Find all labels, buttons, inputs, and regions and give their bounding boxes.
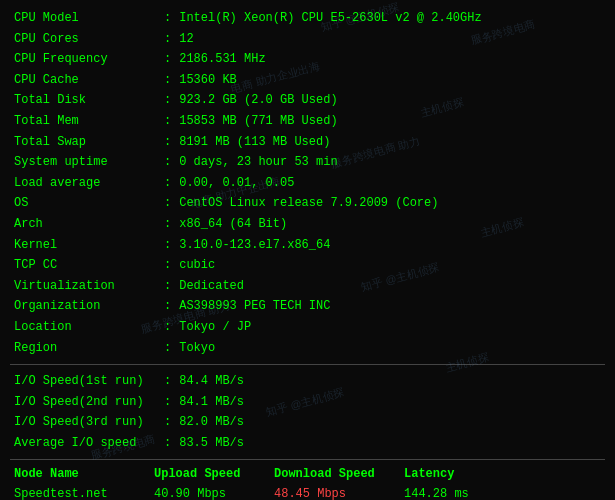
io-value: 82.0 MB/s — [175, 412, 605, 433]
sysinfo-colon: : — [160, 255, 175, 276]
sysinfo-value: Tokyo / JP — [175, 317, 605, 338]
sysinfo-colon: : — [160, 173, 175, 194]
io-row: I/O Speed(3rd run) : 82.0 MB/s — [10, 412, 605, 433]
sysinfo-row: CPU Frequency : 2186.531 MHz — [10, 49, 605, 70]
sysinfo-row: System uptime : 0 days, 23 hour 53 min — [10, 152, 605, 173]
sysinfo-row: Total Swap : 8191 MB (113 MB Used) — [10, 132, 605, 153]
sysinfo-label: Virtualization — [10, 276, 160, 297]
sysinfo-label: Region — [10, 338, 160, 359]
sysinfo-colon: : — [160, 49, 175, 70]
sysinfo-colon: : — [160, 70, 175, 91]
sysinfo-value: 2186.531 MHz — [175, 49, 605, 70]
sysinfo-label: CPU Model — [10, 8, 160, 29]
sysinfo-colon: : — [160, 90, 175, 111]
sysinfo-value: Intel(R) Xeon(R) CPU E5-2630L v2 @ 2.40G… — [175, 8, 605, 29]
sysinfo-colon: : — [160, 152, 175, 173]
sysinfo-row: Load average : 0.00, 0.01, 0.05 — [10, 173, 605, 194]
sysinfo-colon: : — [160, 338, 175, 359]
sysinfo-row: Virtualization : Dedicated — [10, 276, 605, 297]
sysinfo-label: Organization — [10, 296, 160, 317]
sysinfo-colon: : — [160, 132, 175, 153]
col-header-latency: Latency — [404, 467, 504, 481]
speed-latency: 144.28 ms — [404, 485, 504, 500]
io-row: I/O Speed(2nd run) : 84.1 MB/s — [10, 392, 605, 413]
sysinfo-label: Total Swap — [10, 132, 160, 153]
sysinfo-label: Total Mem — [10, 111, 160, 132]
sysinfo-colon: : — [160, 193, 175, 214]
sysinfo-value: 3.10.0-123.el7.x86_64 — [175, 235, 605, 256]
sysinfo-label: CPU Cache — [10, 70, 160, 91]
sysinfo-value: x86_64 (64 Bit) — [175, 214, 605, 235]
sysinfo-row: CPU Model : Intel(R) Xeon(R) CPU E5-2630… — [10, 8, 605, 29]
sysinfo-label: Location — [10, 317, 160, 338]
sysinfo-row: TCP CC : cubic — [10, 255, 605, 276]
sysinfo-value: Tokyo — [175, 338, 605, 359]
io-label: Average I/O speed — [10, 433, 160, 454]
io-colon: : — [160, 433, 175, 454]
sysinfo-colon: : — [160, 296, 175, 317]
io-label: I/O Speed(1st run) — [10, 371, 160, 392]
speed-header: Node Name Upload Speed Download Speed La… — [10, 466, 605, 482]
speed-download: 48.45 Mbps — [274, 485, 404, 500]
sysinfo-label: Total Disk — [10, 90, 160, 111]
sysinfo-value: Dedicated — [175, 276, 605, 297]
io-row: I/O Speed(1st run) : 84.4 MB/s — [10, 371, 605, 392]
divider-2 — [10, 459, 605, 460]
io-row: Average I/O speed : 83.5 MB/s — [10, 433, 605, 454]
sysinfo-row: Location : Tokyo / JP — [10, 317, 605, 338]
io-value: 84.4 MB/s — [175, 371, 605, 392]
sysinfo-value: 0 days, 23 hour 53 min — [175, 152, 605, 173]
io-colon: : — [160, 412, 175, 433]
sysinfo-value: 15360 KB — [175, 70, 605, 91]
speed-section: Node Name Upload Speed Download Speed La… — [10, 466, 605, 500]
sysinfo-label: CPU Cores — [10, 29, 160, 50]
sysinfo-row: OS : CentOS Linux release 7.9.2009 (Core… — [10, 193, 605, 214]
sysinfo-label: Load average — [10, 173, 160, 194]
sysinfo-colon: : — [160, 276, 175, 297]
sysinfo-label: CPU Frequency — [10, 49, 160, 70]
sysinfo-row: CPU Cache : 15360 KB — [10, 70, 605, 91]
sysinfo-row: Organization : AS398993 PEG TECH INC — [10, 296, 605, 317]
col-header-node: Node Name — [14, 467, 154, 481]
sysinfo-value: AS398993 PEG TECH INC — [175, 296, 605, 317]
sysinfo-label: OS — [10, 193, 160, 214]
sysinfo-colon: : — [160, 8, 175, 29]
col-header-download: Download Speed — [274, 467, 404, 481]
sysinfo-label: Kernel — [10, 235, 160, 256]
sysinfo-label: TCP CC — [10, 255, 160, 276]
sysinfo-label: System uptime — [10, 152, 160, 173]
io-label: I/O Speed(2nd run) — [10, 392, 160, 413]
sysinfo-value: 923.2 GB (2.0 GB Used) — [175, 90, 605, 111]
sysinfo-row: CPU Cores : 12 — [10, 29, 605, 50]
sysinfo-value: 8191 MB (113 MB Used) — [175, 132, 605, 153]
io-value: 83.5 MB/s — [175, 433, 605, 454]
sysinfo-row: Total Mem : 15853 MB (771 MB Used) — [10, 111, 605, 132]
sysinfo-row: Arch : x86_64 (64 Bit) — [10, 214, 605, 235]
io-table: I/O Speed(1st run) : 84.4 MB/s I/O Speed… — [10, 371, 605, 453]
io-value: 84.1 MB/s — [175, 392, 605, 413]
sysinfo-colon: : — [160, 317, 175, 338]
sysinfo-row: Region : Tokyo — [10, 338, 605, 359]
sysinfo-value: 0.00, 0.01, 0.05 — [175, 173, 605, 194]
sysinfo-label: Arch — [10, 214, 160, 235]
speed-node-name: Speedtest.net — [14, 485, 154, 500]
divider-1 — [10, 364, 605, 365]
sysinfo-colon: : — [160, 214, 175, 235]
col-header-upload: Upload Speed — [154, 467, 274, 481]
speed-rows: Speedtest.net 40.90 Mbps 48.45 Mbps 144.… — [10, 484, 605, 500]
main-container: 知乎 @主机侦探 服务跨境电商 电商 助力企业出海 主机侦探 服务跨境电商 助力… — [0, 0, 615, 500]
sysinfo-value: 15853 MB (771 MB Used) — [175, 111, 605, 132]
io-colon: : — [160, 392, 175, 413]
sysinfo-value: cubic — [175, 255, 605, 276]
sysinfo-value: CentOS Linux release 7.9.2009 (Core) — [175, 193, 605, 214]
sysinfo-table: CPU Model : Intel(R) Xeon(R) CPU E5-2630… — [10, 8, 605, 358]
speed-row: Speedtest.net 40.90 Mbps 48.45 Mbps 144.… — [10, 484, 605, 500]
speed-upload: 40.90 Mbps — [154, 485, 274, 500]
sysinfo-row: Total Disk : 923.2 GB (2.0 GB Used) — [10, 90, 605, 111]
sysinfo-colon: : — [160, 29, 175, 50]
sysinfo-colon: : — [160, 111, 175, 132]
sysinfo-row: Kernel : 3.10.0-123.el7.x86_64 — [10, 235, 605, 256]
io-colon: : — [160, 371, 175, 392]
io-label: I/O Speed(3rd run) — [10, 412, 160, 433]
sysinfo-colon: : — [160, 235, 175, 256]
